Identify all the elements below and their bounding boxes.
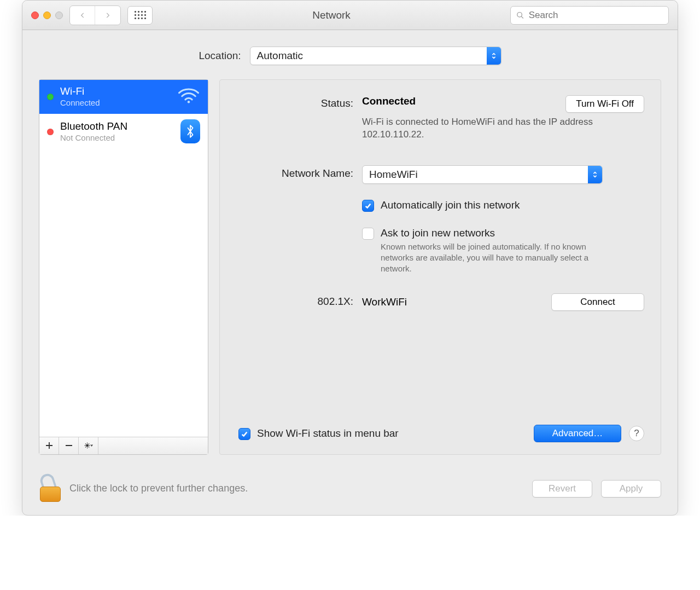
grid-icon xyxy=(135,11,146,19)
bluetooth-icon xyxy=(180,119,200,143)
remove-service-button[interactable] xyxy=(59,437,79,454)
chevron-updown-icon xyxy=(487,47,501,65)
status-label: Status: xyxy=(220,95,362,141)
status-dot-icon xyxy=(47,129,54,135)
search-input[interactable] xyxy=(529,10,663,21)
titlebar: Network xyxy=(22,1,678,30)
chevron-updown-icon xyxy=(588,166,602,183)
service-status: Connected xyxy=(60,98,100,107)
svg-line-1 xyxy=(521,16,523,18)
turn-wifi-off-button[interactable]: Turn Wi-Fi Off xyxy=(565,95,644,113)
location-value: Automatic xyxy=(250,50,487,62)
service-actions-button[interactable] xyxy=(79,437,98,454)
ask-join-label: Ask to join new networks xyxy=(381,227,616,239)
auto-join-checkbox[interactable] xyxy=(362,200,374,212)
search-field[interactable] xyxy=(510,6,669,25)
services-list: Wi-Fi Connected xyxy=(39,80,208,437)
ask-join-help: Known networks will be joined automatica… xyxy=(381,241,616,275)
service-item-bluetooth[interactable]: Bluetooth PAN Not Connected xyxy=(39,114,208,150)
close-window-button[interactable] xyxy=(31,11,39,19)
service-name: Wi-Fi xyxy=(60,85,100,98)
forward-button[interactable] xyxy=(95,6,120,25)
network-prefs-window: Network Location: Automatic Wi-Fi Conne xyxy=(22,0,678,516)
services-sidebar: Wi-Fi Connected xyxy=(39,79,208,455)
8021x-label: 802.1X: xyxy=(220,293,362,311)
advanced-button[interactable]: Advanced… xyxy=(534,425,621,442)
service-name: Bluetooth PAN xyxy=(60,120,127,133)
show-menu-label: Show Wi-Fi status in menu bar xyxy=(257,427,399,439)
wifi-icon xyxy=(177,87,200,106)
svg-point-2 xyxy=(188,101,190,103)
show-menu-checkbox[interactable] xyxy=(238,428,250,440)
location-label: Location: xyxy=(199,50,241,62)
status-description: Wi-Fi is connected to HomeWiFi and has t… xyxy=(362,116,614,141)
help-button[interactable]: ? xyxy=(629,426,644,441)
lock-icon xyxy=(39,476,62,502)
apply-button[interactable]: Apply xyxy=(601,480,661,498)
svg-point-0 xyxy=(517,12,522,17)
search-icon xyxy=(516,11,524,20)
minimize-window-button[interactable] xyxy=(43,11,51,19)
fullscreen-window-button xyxy=(55,11,63,19)
window-controls xyxy=(31,11,63,19)
network-name-popup[interactable]: HomeWiFi xyxy=(362,165,603,184)
connect-button[interactable]: Connect xyxy=(551,293,644,311)
auto-join-label: Automatically join this network xyxy=(381,199,520,211)
add-service-button[interactable] xyxy=(39,437,59,454)
svg-point-6 xyxy=(86,444,88,447)
window-title: Network xyxy=(159,9,504,21)
show-all-button[interactable] xyxy=(127,6,153,25)
location-row: Location: Automatic xyxy=(22,30,678,79)
status-value: Connected xyxy=(362,95,416,107)
ask-join-checkbox[interactable] xyxy=(362,228,374,240)
footer: Click the lock to prevent further change… xyxy=(22,467,678,515)
revert-button[interactable]: Revert xyxy=(532,480,592,498)
main-panel: Status: Connected Turn Wi-Fi Off Wi-Fi i… xyxy=(219,79,661,455)
location-popup[interactable]: Automatic xyxy=(250,47,501,65)
status-dot-icon xyxy=(47,94,54,100)
8021x-value: WorkWiFi xyxy=(362,296,407,308)
lock-area[interactable]: Click the lock to prevent further change… xyxy=(39,476,248,502)
service-item-wifi[interactable]: Wi-Fi Connected xyxy=(39,80,208,114)
sidebar-toolbar xyxy=(39,437,208,454)
network-name-label: Network Name: xyxy=(220,165,362,275)
lock-text: Click the lock to prevent further change… xyxy=(69,483,248,494)
network-name-value: HomeWiFi xyxy=(363,169,588,181)
service-status: Not Connected xyxy=(60,133,127,142)
nav-buttons xyxy=(69,5,121,25)
back-button[interactable] xyxy=(70,6,95,25)
